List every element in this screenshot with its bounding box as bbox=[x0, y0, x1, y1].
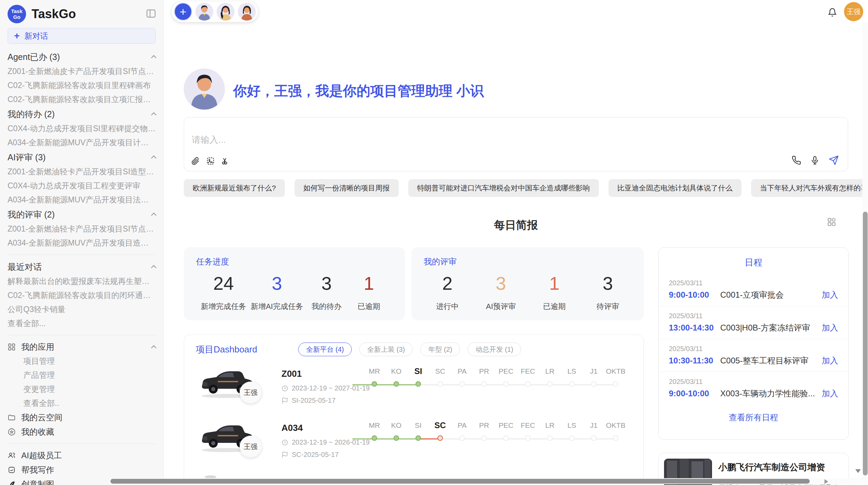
microphone-icon[interactable] bbox=[810, 156, 820, 165]
vertical-scrollbar-thumb[interactable] bbox=[863, 212, 868, 475]
milestone-label: LR bbox=[539, 419, 561, 432]
join-link[interactable]: 加入 bbox=[822, 322, 838, 333]
filter-model-year[interactable]: 年型 (2) bbox=[420, 343, 460, 356]
project-name: Z001 bbox=[281, 369, 302, 379]
conversation-item[interactable]: A034-全新新能源MUV产品开发项目造型可行性评审 bbox=[8, 236, 156, 250]
stat-pending-review: 3 待评审 bbox=[589, 273, 627, 312]
conversation-item[interactable]: C02-飞腾新能源轻客改款项目里程碑画布 bbox=[8, 78, 156, 92]
scissors-icon[interactable] bbox=[221, 157, 230, 165]
conversation-item[interactable]: Z001-全新燃油轻卡产品开发项目SI造型提交物评审 bbox=[8, 165, 156, 179]
attachment-icon[interactable] bbox=[191, 157, 200, 165]
join-link[interactable]: 加入 bbox=[822, 355, 838, 366]
milestone-dot-done bbox=[372, 381, 377, 387]
topbar: + 王强 bbox=[164, 0, 868, 23]
chat-input[interactable] bbox=[192, 135, 603, 145]
recent-conversation-item[interactable]: 公司Q3轻卡销量 bbox=[8, 302, 156, 316]
schedule-item[interactable]: 2025/03/11 9:00-10:00 C001-立项审批会 加入 bbox=[659, 273, 848, 306]
suggestion-chip[interactable]: 欧洲新规最近颁布了什么? bbox=[184, 179, 285, 197]
agent-avatar[interactable] bbox=[217, 3, 234, 21]
project-row[interactable]: 王强 Z001 2023-12-19 ~ 2027-01-19 SI-2025-… bbox=[184, 362, 643, 416]
composer-tools bbox=[191, 157, 230, 165]
app-link-product-mgmt[interactable]: 产品管理 bbox=[8, 368, 156, 382]
section-header-ai-review[interactable]: AI评审 (3) bbox=[8, 150, 156, 165]
grid-icon bbox=[8, 343, 16, 351]
conversation-item[interactable]: A034-全新新能源MUV产品开发项目法规符合性评审 bbox=[8, 193, 156, 207]
sidebar-item-my-apps[interactable]: 我的应用 bbox=[8, 340, 156, 354]
section-title: 最近对话 bbox=[8, 261, 42, 273]
suggestion-chip[interactable]: 特朗普可能对进口汽车增税会对中国车企造成哪些影响 bbox=[408, 179, 599, 197]
section-header-recent[interactable]: 最近对话 bbox=[8, 259, 156, 274]
sidebar-item-favorites[interactable]: 我的收藏 bbox=[8, 425, 156, 439]
conversation-item[interactable]: Z001-全新燃油轻卡产品开发项目SI节点属性5D文件评审 bbox=[8, 222, 156, 236]
sidebar-item-help-writing[interactable]: 帮我写作 bbox=[8, 463, 156, 477]
app-link-change-mgmt[interactable]: 变更管理 bbox=[8, 382, 156, 396]
new-chat-button[interactable]: + 新对话 bbox=[8, 28, 156, 44]
conversation-item[interactable]: C0X4-动力总成开发项目SI里程碑提交物检查 bbox=[8, 122, 156, 136]
recent-conversation-item[interactable]: C02-飞腾新能源轻客改款项目的闭环通告反馈情况 bbox=[8, 288, 156, 302]
layout-grid-icon[interactable] bbox=[827, 217, 836, 228]
milestone-dot-pending bbox=[481, 435, 487, 441]
milestone-dot-pending bbox=[547, 381, 553, 387]
suggestion-chip[interactable]: 当下年轻人对汽车外观有怎样的喜好趋势 bbox=[751, 179, 868, 197]
scroll-down-arrow[interactable] bbox=[855, 469, 861, 473]
conversation-item[interactable]: C02-飞腾新能源轻客改款项目立项汇报方案 bbox=[8, 92, 156, 107]
divider bbox=[8, 444, 156, 444]
vertical-scrollbar[interactable] bbox=[862, 23, 868, 485]
stat-label: AI预评审 bbox=[482, 301, 520, 312]
milestone-dot-pending bbox=[613, 435, 618, 441]
conversation-item[interactable]: Z001-全新燃油皮卡产品开发项目SI节点Lesson Learn报告 bbox=[8, 64, 156, 78]
send-icon[interactable] bbox=[829, 155, 839, 165]
milestone-dot-current bbox=[415, 381, 421, 387]
milestone-label: PR bbox=[473, 365, 495, 377]
horizontal-scrollbar-thumb[interactable] bbox=[110, 479, 810, 484]
milestone-dot-done bbox=[415, 435, 421, 441]
milestone-dot-pending bbox=[459, 435, 465, 441]
schedule-date: 2025/03/11 bbox=[669, 311, 838, 321]
card-title: 我的评审 bbox=[424, 256, 631, 267]
add-agent-button[interactable]: + bbox=[174, 3, 192, 21]
sidebar-item-ai-super-staff[interactable]: AI超级员工 bbox=[8, 448, 156, 463]
apps-view-all[interactable]: 查看全部.. bbox=[8, 396, 156, 410]
agent-avatar[interactable] bbox=[195, 3, 213, 21]
phone-call-icon[interactable] bbox=[792, 156, 801, 165]
milestone-date: SC-2025-05-17 bbox=[292, 451, 339, 459]
view-all-schedule-link[interactable]: 查看所有日程 bbox=[659, 405, 848, 423]
image-icon[interactable] bbox=[206, 157, 215, 165]
logo-text-top: Task bbox=[11, 8, 22, 14]
join-link[interactable]: 加入 bbox=[822, 388, 838, 399]
project-owner-badge: 王强 bbox=[240, 436, 262, 458]
chevron-up-icon bbox=[151, 155, 157, 161]
conversation-item[interactable]: C0X4-动力总成开发项目工程变更评审 bbox=[8, 179, 156, 193]
horizontal-scrollbar[interactable] bbox=[109, 478, 868, 484]
scroll-right-arrow[interactable] bbox=[824, 479, 828, 484]
cloud-space-label: 我的云空间 bbox=[21, 412, 62, 423]
schedule-item[interactable]: 2025/03/11 9:00-10:00 X003-车辆动力学性能验... 加… bbox=[659, 372, 848, 405]
milestone-label: MR bbox=[363, 419, 385, 432]
sidebar-collapse-icon[interactable] bbox=[146, 9, 156, 19]
sidebar-item-cloud-space[interactable]: 我的云空间 bbox=[8, 410, 156, 425]
stat-label: 已逾期 bbox=[535, 301, 573, 312]
conversation-item[interactable]: A034-全新新能源MUV产品开发项目计划变更表编写 bbox=[8, 136, 156, 150]
join-link[interactable]: 加入 bbox=[822, 289, 838, 300]
app-link-project-mgmt[interactable]: 项目管理 bbox=[8, 354, 156, 368]
filter-new-body[interactable]: 全新上装 (3) bbox=[359, 343, 413, 356]
suggestion-chip[interactable]: 比亚迪全固态电池计划具体说了什么 bbox=[608, 179, 742, 197]
section-header-my-review[interactable]: 我的评审 (2) bbox=[8, 207, 156, 222]
user-avatar[interactable]: 王强 bbox=[844, 2, 863, 21]
filter-new-platform[interactable]: 全新平台 (4) bbox=[298, 343, 352, 356]
help-writing-label: 帮我写作 bbox=[21, 464, 54, 475]
schedule-item[interactable]: 2025/03/11 13:00-14:30 C003|H0B-方案冻结评审 加… bbox=[659, 306, 848, 339]
recent-conversation-item[interactable]: 解释最新出台的欧盟报废车法规再生塑料比例被调至15%... bbox=[8, 274, 156, 288]
schedule-item[interactable]: 2025/03/11 10:30-11:30 C005-整车工程目标评审 加入 bbox=[659, 339, 848, 372]
recent-view-all[interactable]: 查看全部... bbox=[8, 316, 156, 331]
project-name: A034 bbox=[281, 423, 303, 433]
filter-powertrain[interactable]: 动总开发 (1) bbox=[468, 343, 521, 356]
suggestion-chip[interactable]: 如何写一份清晰的项目周报 bbox=[294, 179, 399, 197]
stat-label: 新增AI完成任务 bbox=[251, 301, 303, 312]
project-row[interactable]: 王强 A034 2023-12-19 ~ 2026-01-19 SC-2025-… bbox=[184, 416, 643, 470]
agent-avatar[interactable] bbox=[238, 3, 256, 21]
section-header-agent-done[interactable]: Agent已办 (3) bbox=[8, 49, 156, 64]
section-header-my-todo[interactable]: 我的待办 (2) bbox=[8, 107, 156, 122]
folder-icon bbox=[8, 413, 16, 422]
notification-bell-icon[interactable] bbox=[828, 8, 837, 18]
